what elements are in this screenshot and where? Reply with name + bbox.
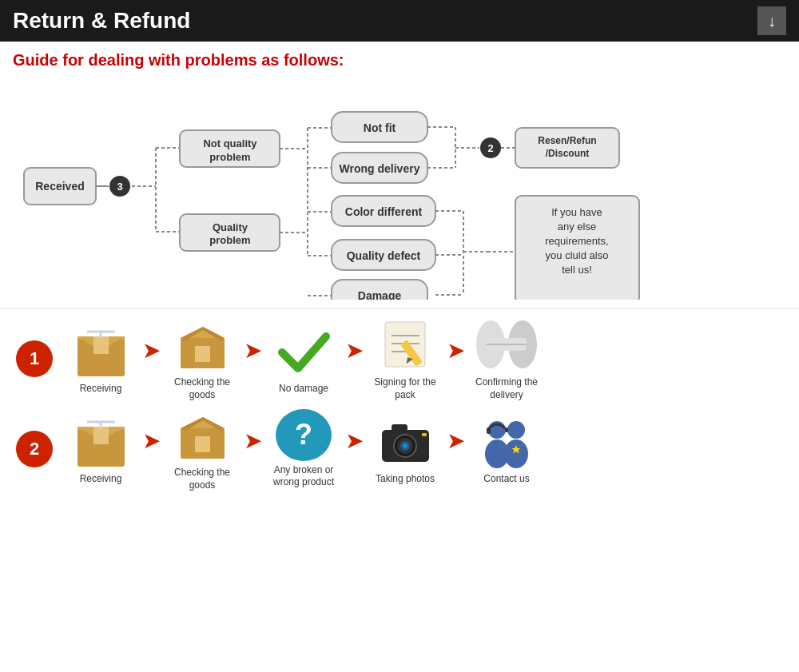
svg-text:any else: any else <box>558 221 596 233</box>
step-2-receiving-label: Receiving <box>80 473 122 486</box>
svg-text:Not fit: Not fit <box>364 121 396 134</box>
step-1-receiving: Receiving <box>61 322 141 396</box>
svg-text:Not quality: Not quality <box>203 137 257 149</box>
svg-rect-98 <box>505 427 508 432</box>
svg-text:If you have: If you have <box>551 206 602 218</box>
step-arrow-7: ➤ <box>345 427 364 454</box>
step-arrow-6: ➤ <box>244 427 262 454</box>
svg-text:Received: Received <box>35 180 84 193</box>
svg-text:tell us!: tell us! <box>562 264 592 276</box>
step-2-question: ? Any broken or wrong product <box>264 409 344 489</box>
step-1-confirming: Confirming the delivery <box>467 316 547 401</box>
step-1-number: 1 <box>16 340 53 377</box>
step-2-contact: Contact us <box>467 412 547 486</box>
svg-point-95 <box>507 421 525 439</box>
svg-text:Resen/Refun: Resen/Refun <box>538 135 596 146</box>
step-1-no-damage: No damage <box>264 322 344 396</box>
step-1-checking-label: Checking the goods <box>162 376 242 401</box>
svg-text:Damage: Damage <box>358 289 402 300</box>
svg-rect-58 <box>93 336 109 354</box>
header-title: Return & Refund <box>13 8 190 34</box>
header: Return & Refund ↓ <box>0 0 799 42</box>
header-arrow: ↓ <box>757 6 786 35</box>
step-1-checking: Checking the goods <box>162 316 242 401</box>
step-row-2: 2 Receiving ➤ Checking the goods <box>16 406 783 491</box>
svg-rect-79 <box>93 427 109 444</box>
contact-icon <box>475 412 539 470</box>
step-2-question-label: Any broken or wrong product <box>264 464 344 489</box>
step-1-signing-label: Signing for the pack <box>365 376 445 401</box>
receiving-icon <box>71 322 131 380</box>
flowchart-section: Received 3 Not quality problem Quality p… <box>0 76 799 308</box>
flowchart-svg: Received 3 Not quality problem Quality p… <box>16 84 783 300</box>
checking-icon-2 <box>173 406 233 463</box>
handshake-icon <box>475 316 539 373</box>
svg-point-96 <box>504 439 528 468</box>
step-2-receiving: Receiving <box>61 412 141 486</box>
svg-text:3: 3 <box>117 181 122 193</box>
question-icon: ? <box>276 409 332 461</box>
svg-rect-97 <box>487 427 491 434</box>
step-2-checking-label: Checking the goods <box>162 467 242 491</box>
step-arrow-8: ➤ <box>447 427 465 454</box>
step-arrow-2: ➤ <box>244 337 262 364</box>
svg-rect-64 <box>195 346 210 362</box>
steps-section: 1 Receiving ➤ Checking t <box>0 308 799 491</box>
svg-text:requirements,: requirements, <box>545 235 608 247</box>
svg-rect-85 <box>195 436 210 452</box>
step-1-confirming-label: Confirming the delivery <box>467 376 547 401</box>
step-arrow: ➤ <box>142 337 161 364</box>
step-arrow-4: ➤ <box>447 337 465 364</box>
svg-text:Wrong delivery: Wrong delivery <box>340 162 420 175</box>
subtitle: Guide for dealing with problems as follo… <box>0 42 799 76</box>
step-1-no-damage-label: No damage <box>279 383 328 396</box>
step-2-camera-label: Taking photos <box>376 473 435 486</box>
step-1-signing: Signing for the pack <box>365 316 445 401</box>
step-2-checking: Checking the goods <box>162 406 242 491</box>
pencil-icon <box>376 316 435 373</box>
svg-text:/Discount: /Discount <box>546 148 590 159</box>
svg-text:Quality: Quality <box>213 221 248 233</box>
checking-icon <box>173 316 233 373</box>
svg-text:problem: problem <box>209 234 250 246</box>
step-2-camera: Taking photos <box>365 412 445 486</box>
svg-text:you cluld also: you cluld also <box>546 249 609 261</box>
svg-rect-91 <box>392 424 407 431</box>
receiving-icon-2 <box>71 412 131 470</box>
step-arrow-5: ➤ <box>142 427 161 454</box>
svg-point-90 <box>403 443 407 448</box>
step-2-contact-label: Contact us <box>483 473 529 486</box>
camera-icon <box>376 412 435 470</box>
step-row-1: 1 Receiving ➤ Checking t <box>16 316 783 401</box>
step-1-receiving-label: Receiving <box>80 383 122 396</box>
checkmark-icon <box>274 322 334 380</box>
svg-text:Color different: Color different <box>345 205 423 218</box>
step-2-number: 2 <box>16 431 53 467</box>
svg-text:Quality defect: Quality defect <box>347 249 421 262</box>
svg-text:problem: problem <box>209 151 250 163</box>
svg-rect-92 <box>422 433 427 436</box>
step-arrow-3: ➤ <box>345 337 364 364</box>
svg-text:2: 2 <box>487 142 493 154</box>
